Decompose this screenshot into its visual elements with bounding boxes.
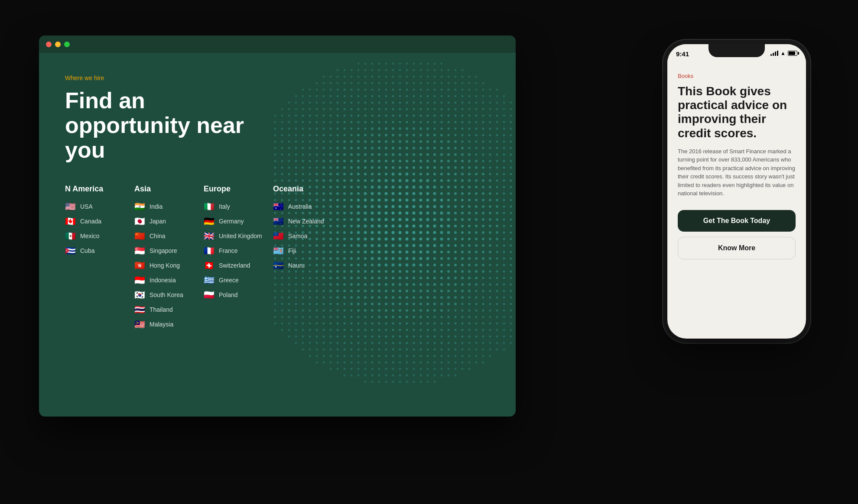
svg-point-518: [322, 166, 325, 169]
svg-point-117: [351, 95, 353, 97]
svg-point-324: [295, 134, 297, 136]
svg-point-616: [475, 179, 478, 182]
svg-point-150: [358, 102, 360, 104]
svg-point-1685: [385, 381, 387, 383]
svg-point-1113: [496, 264, 498, 266]
svg-point-1564: [316, 349, 318, 351]
region-heading-europe: Europe: [204, 184, 273, 194]
svg-point-4: [385, 63, 387, 65]
svg-point-30: [455, 69, 457, 71]
country-poland: 🇵🇱 Poland: [204, 291, 273, 299]
country-hong-kong: 🇭🇰 Hong Kong: [134, 261, 204, 270]
svg-point-90: [371, 89, 374, 91]
svg-point-9: [420, 63, 422, 65]
svg-point-522: [350, 166, 353, 169]
svg-point-487: [371, 160, 374, 162]
flag-nauru: 🇳🇷: [273, 261, 284, 270]
svg-point-1500: [316, 336, 318, 338]
traffic-light-red[interactable]: [46, 42, 52, 47]
svg-point-498: [447, 160, 450, 162]
phone-status-icons: ▲: [770, 50, 797, 56]
get-book-button[interactable]: Get The Book Today: [678, 210, 796, 232]
svg-point-1614: [462, 355, 464, 357]
svg-point-383: [440, 140, 443, 143]
svg-point-21: [392, 69, 394, 71]
svg-point-54: [475, 76, 478, 78]
svg-point-246: [281, 121, 283, 123]
svg-point-79: [482, 82, 484, 84]
svg-point-49: [441, 76, 443, 78]
svg-point-607: [413, 179, 416, 182]
svg-point-151: [364, 102, 367, 104]
svg-point-925: [510, 232, 512, 234]
svg-point-500: [461, 160, 464, 162]
svg-point-231: [434, 115, 436, 117]
svg-point-26: [427, 69, 429, 71]
traffic-light-green[interactable]: [64, 42, 70, 47]
name-samoa: Samoa: [288, 233, 307, 239]
svg-point-1679: [441, 375, 443, 377]
svg-point-697: [510, 193, 512, 195]
svg-point-549: [274, 173, 276, 175]
svg-point-212: [302, 115, 304, 117]
svg-point-170: [496, 102, 498, 104]
svg-point-1647: [351, 368, 353, 370]
svg-point-291: [330, 128, 332, 130]
svg-point-1512: [399, 336, 401, 338]
svg-point-1588: [482, 349, 484, 351]
svg-point-1561: [510, 342, 512, 344]
svg-point-314: [489, 128, 491, 130]
svg-point-399: [288, 147, 290, 149]
know-more-button[interactable]: Know More: [678, 237, 796, 259]
svg-point-566: [392, 173, 395, 176]
svg-point-388: [475, 141, 478, 143]
svg-point-1515: [420, 336, 422, 338]
svg-point-247: [288, 121, 290, 123]
svg-point-269: [441, 121, 443, 123]
traffic-light-yellow[interactable]: [55, 42, 61, 47]
signal-bar-3: [775, 52, 776, 56]
svg-point-1266: [503, 290, 505, 292]
phone-notch-area: 9:41 ▲: [667, 44, 806, 66]
name-canada: Canada: [80, 218, 101, 225]
svg-point-333: [357, 134, 360, 136]
book-title: This Book gives practical advice on impr…: [678, 84, 796, 140]
svg-point-430: [503, 147, 505, 149]
name-france: France: [219, 247, 238, 254]
svg-point-1658: [427, 368, 429, 370]
svg-point-449: [371, 153, 374, 156]
svg-point-398: [281, 147, 283, 149]
svg-point-180: [330, 108, 332, 110]
svg-point-205: [503, 108, 505, 110]
phone-time: 9:41: [676, 50, 689, 58]
svg-point-580: [489, 173, 491, 175]
svg-point-351: [482, 134, 484, 136]
svg-point-120: [371, 95, 374, 97]
svg-point-188: [385, 108, 387, 110]
svg-point-406: [336, 147, 339, 149]
svg-point-1558: [489, 342, 491, 344]
svg-point-541: [482, 166, 484, 169]
svg-point-1622: [337, 362, 339, 364]
svg-point-225: [392, 115, 394, 117]
svg-point-1689: [413, 381, 415, 383]
svg-point-342: [419, 134, 422, 136]
svg-point-19: [378, 69, 380, 71]
svg-point-256: [351, 121, 353, 123]
svg-point-163: [448, 102, 450, 104]
svg-point-385: [454, 140, 457, 143]
svg-point-491: [399, 160, 401, 162]
svg-point-226: [399, 115, 401, 117]
svg-point-196: [441, 108, 443, 110]
svg-point-254: [337, 121, 339, 123]
svg-point-1613: [455, 355, 457, 357]
svg-point-422: [447, 147, 450, 149]
svg-point-208: [274, 115, 276, 117]
svg-point-558: [336, 173, 339, 175]
svg-point-301: [399, 127, 401, 130]
svg-point-1076: [503, 258, 505, 260]
svg-point-160: [427, 102, 429, 104]
svg-point-657: [496, 186, 498, 188]
svg-point-448: [364, 153, 367, 156]
svg-point-353: [496, 134, 498, 136]
